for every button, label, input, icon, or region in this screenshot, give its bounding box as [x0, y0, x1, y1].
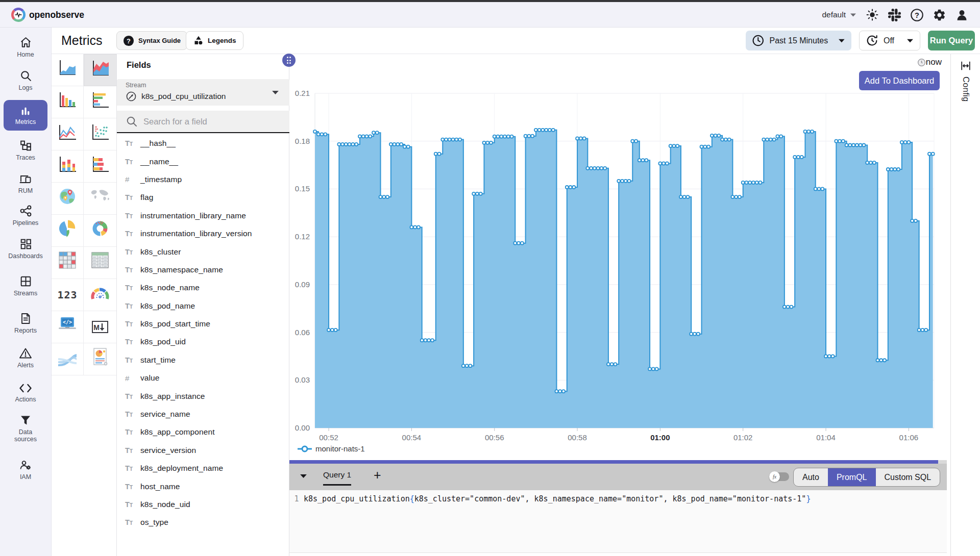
chart-type-stacked[interactable]	[52, 150, 84, 183]
field-item[interactable]: TTservice_version	[117, 441, 289, 459]
chart-type-area[interactable]	[52, 54, 84, 86]
legend-marker-icon	[297, 445, 312, 452]
sidebar-item-reports[interactable]: Reports	[0, 312, 51, 334]
time-range-selector[interactable]: Past 15 Minutes	[746, 31, 851, 50]
chart-type-table[interactable]	[84, 247, 116, 279]
table-icon	[89, 250, 111, 270]
field-search-input[interactable]	[143, 117, 281, 127]
chart-type-line[interactable]	[52, 118, 84, 150]
sidebar-item-logs[interactable]: Logs	[0, 69, 51, 91]
field-item[interactable]: TTk8s_deployment_name	[117, 460, 289, 477]
field-item[interactable]: TT__hash__	[117, 135, 289, 153]
sidebar-item-actions[interactable]: Actions	[0, 383, 51, 403]
legends-button[interactable]: Legends	[186, 31, 243, 50]
field-item[interactable]: TTos_type	[117, 514, 289, 532]
field-item[interactable]: TTk8s_app_component	[117, 423, 289, 441]
mode-custom-sql-button[interactable]: Custom SQL	[876, 468, 940, 486]
chevron-down-icon	[850, 13, 856, 17]
chart-type-markdown[interactable]: M	[84, 311, 116, 343]
field-item[interactable]: TTk8s_app_instance	[117, 387, 289, 405]
field-item[interactable]: TTk8s_node_name	[117, 279, 289, 297]
streams-icon	[19, 275, 32, 288]
panel-drag-handle[interactable]	[282, 54, 296, 67]
run-query-button[interactable]: Run Query	[928, 31, 975, 50]
field-item[interactable]: #value	[117, 369, 289, 387]
field-item[interactable]: #_timestamp	[117, 170, 289, 188]
help-icon[interactable]: ?	[910, 8, 924, 22]
sidebar-item-metrics[interactable]: Metrics	[4, 100, 47, 131]
chart-type-scatter[interactable]	[84, 118, 116, 150]
stream-selector-label: Stream	[126, 82, 146, 89]
chart-type-sankey[interactable]	[52, 343, 84, 375]
text-type-icon: TT	[125, 410, 136, 418]
collapse-query-icon[interactable]	[300, 473, 307, 479]
app-root: openobserve default ?	[0, 0, 980, 556]
query-tab[interactable]: Query 1	[323, 470, 351, 486]
field-item[interactable]: TTk8s_pod_start_time	[117, 315, 289, 333]
sidebar: Home Logs Metrics Traces RUM Pipelines D…	[0, 28, 52, 556]
chart-type-donut[interactable]	[84, 215, 116, 247]
field-item[interactable]: TTk8s_pod_uid	[117, 333, 289, 351]
text-type-icon: TT	[125, 139, 136, 147]
slack-icon[interactable]	[888, 8, 901, 22]
mode-promql-button[interactable]: PromQL	[828, 468, 876, 486]
chart-type-pie[interactable]	[52, 215, 84, 247]
sidebar-item-traces[interactable]: Traces	[0, 139, 51, 161]
syntax-guide-button[interactable]: ? Syntax Guide	[116, 31, 187, 50]
sidebar-item-alerts[interactable]: Alerts	[0, 347, 51, 369]
field-item[interactable]: TTstart_time	[117, 351, 289, 369]
sidebar-item-dashboards[interactable]: Dashboards	[0, 238, 51, 260]
svg-text:123: 123	[57, 289, 77, 301]
text-type-icon: TT	[125, 212, 136, 220]
field-item[interactable]: TTinstrumentation_library_version	[117, 224, 289, 242]
chart-legend[interactable]: monitor-nats-1	[297, 444, 365, 453]
chart-type-area-stacked[interactable]	[84, 54, 116, 86]
field-item[interactable]: TThost_name	[117, 477, 289, 495]
chart-type-heatmap[interactable]	[52, 247, 84, 279]
topbar-actions: default ?	[822, 2, 969, 28]
chart-type-html-editor[interactable]: </>	[52, 311, 84, 343]
account-icon[interactable]	[955, 8, 969, 22]
field-item[interactable]: TTk8s_pod_name	[117, 297, 289, 315]
field-item[interactable]: TT__name__	[117, 153, 289, 170]
sidebar-item-iam[interactable]: IAM	[0, 459, 51, 481]
field-item[interactable]: TTflag	[117, 189, 289, 207]
stream-selector[interactable]: Stream k8s_pod_cpu_utilization	[117, 79, 289, 106]
query-editor[interactable]: 1 k8s_pod_cpu_utilization{k8s_cluster="c…	[289, 490, 947, 553]
svg-text:0.21: 0.21	[295, 89, 310, 97]
chart-type-bar[interactable]	[52, 86, 84, 118]
org-selector[interactable]: default	[822, 10, 856, 19]
query-splitter-handle[interactable]	[289, 460, 938, 464]
actions-icon	[19, 383, 32, 394]
chart-type-h-stacked[interactable]	[84, 150, 116, 183]
field-item[interactable]: TTk8s_cluster	[117, 243, 289, 261]
chart-type-metric-text[interactable]: 123	[52, 279, 84, 311]
metrics-step-area-chart[interactable]: 0.000.030.060.090.120.150.180.2100:5200:…	[289, 54, 947, 442]
chart-type-custom-chart[interactable]	[84, 343, 116, 375]
field-item[interactable]: TTk8s_namespace_name	[117, 261, 289, 279]
config-toggle[interactable]: Config	[951, 60, 980, 102]
add-query-button[interactable]: +	[374, 468, 381, 483]
refresh-interval-selector[interactable]: Off	[859, 31, 920, 50]
svg-text:00:58: 00:58	[568, 433, 587, 442]
sidebar-item-data-sources[interactable]: Data sources	[0, 414, 51, 443]
chart-type-h-bar[interactable]	[84, 86, 116, 118]
svg-text:0.15: 0.15	[295, 184, 310, 193]
chart-type-geomap[interactable]	[52, 183, 84, 215]
settings-gear-icon[interactable]	[933, 8, 946, 22]
sidebar-item-streams[interactable]: Streams	[0, 275, 51, 297]
sidebar-item-rum[interactable]: RUM	[0, 172, 51, 194]
field-item[interactable]: TTk8s_node_uid	[117, 495, 289, 513]
field-item[interactable]: TTinstrumentation_library_name	[117, 207, 289, 224]
light-mode-icon[interactable]	[865, 8, 879, 22]
area-stacked-chart-icon	[89, 58, 112, 79]
chart-type-gauge[interactable]	[84, 279, 116, 311]
text-type-icon: TT	[125, 392, 136, 400]
field-item[interactable]: TTservice_name	[117, 405, 289, 423]
sidebar-item-pipelines[interactable]: Pipelines	[0, 205, 51, 226]
chart-type-world-map[interactable]	[84, 183, 116, 215]
field-list: TT__hash__TT__name__#_timestampTTflagTTi…	[117, 135, 289, 532]
sidebar-item-home[interactable]: Home	[0, 36, 51, 58]
fx-toggle[interactable]: fx	[769, 471, 789, 482]
mode-auto-button[interactable]: Auto	[794, 468, 828, 486]
